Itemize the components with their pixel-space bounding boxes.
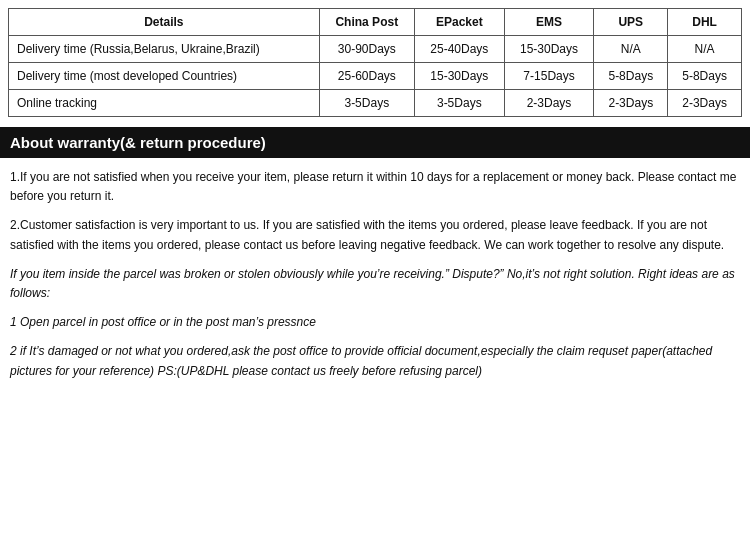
col-header-details: Details xyxy=(9,9,320,36)
col-header-china-post: China Post xyxy=(319,9,414,36)
warranty-header: About warranty(& return procedure) xyxy=(0,127,750,158)
col-header-epacket: EPacket xyxy=(414,9,504,36)
warranty-body: 1.If you are not satisfied when you rece… xyxy=(0,158,750,397)
table-row: Delivery time (most developed Countries)… xyxy=(9,63,742,90)
table-cell-row0-col4: N/A xyxy=(594,36,668,63)
col-header-ems: EMS xyxy=(504,9,594,36)
table-cell-row0-col0: Delivery time (Russia,Belarus, Ukraine,B… xyxy=(9,36,320,63)
table-row: Online tracking3-5Days3-5Days2-3Days2-3D… xyxy=(9,90,742,117)
table-cell-row2-col0: Online tracking xyxy=(9,90,320,117)
table-cell-row1-col4: 5-8Days xyxy=(594,63,668,90)
notice-line1: If you item inside the parcel was broken… xyxy=(10,265,740,303)
table-cell-row1-col5: 5-8Days xyxy=(668,63,742,90)
table-cell-row2-col3: 2-3Days xyxy=(504,90,594,117)
table-cell-row2-col2: 3-5Days xyxy=(414,90,504,117)
warranty-point1: 1.If you are not satisfied when you rece… xyxy=(10,168,740,206)
table-cell-row2-col1: 3-5Days xyxy=(319,90,414,117)
table-cell-row1-col2: 15-30Days xyxy=(414,63,504,90)
table-cell-row0-col5: N/A xyxy=(668,36,742,63)
table-cell-row1-col3: 7-15Days xyxy=(504,63,594,90)
table-cell-row2-col4: 2-3Days xyxy=(594,90,668,117)
table-cell-row0-col1: 30-90Days xyxy=(319,36,414,63)
table-cell-row1-col1: 25-60Days xyxy=(319,63,414,90)
table-cell-row2-col5: 2-3Days xyxy=(668,90,742,117)
table-cell-row1-col0: Delivery time (most developed Countries) xyxy=(9,63,320,90)
shipping-table-section: Details China Post EPacket EMS UPS DHL D… xyxy=(0,0,750,121)
notice-line2: 1 Open parcel in post office or in the p… xyxy=(10,313,740,332)
warranty-point2: 2.Customer satisfaction is very importan… xyxy=(10,216,740,254)
table-cell-row0-col3: 15-30Days xyxy=(504,36,594,63)
notice-line3: 2 if It’s damaged or not what you ordere… xyxy=(10,342,740,380)
warranty-notice: If you item inside the parcel was broken… xyxy=(10,265,740,381)
shipping-table: Details China Post EPacket EMS UPS DHL D… xyxy=(8,8,742,117)
col-header-ups: UPS xyxy=(594,9,668,36)
table-cell-row0-col2: 25-40Days xyxy=(414,36,504,63)
table-row: Delivery time (Russia,Belarus, Ukraine,B… xyxy=(9,36,742,63)
col-header-dhl: DHL xyxy=(668,9,742,36)
